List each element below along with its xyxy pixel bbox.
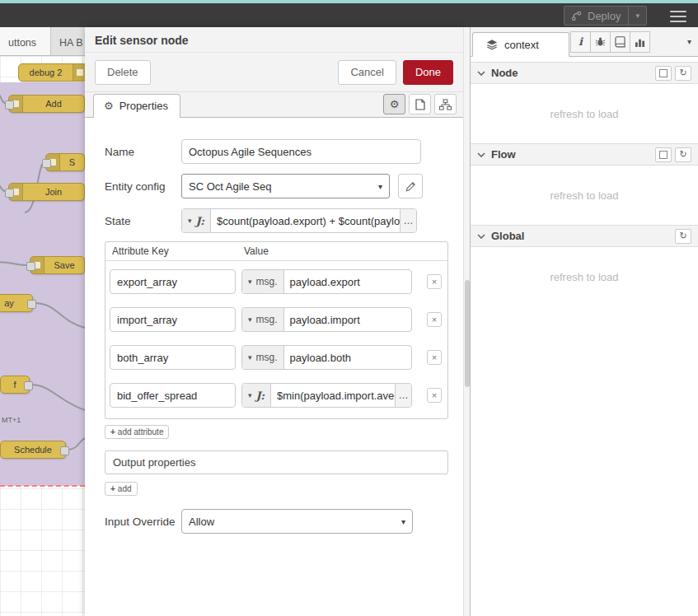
state-type-button[interactable]: ▾ J: — [182, 209, 211, 232]
chevron-down-icon: ▾ — [248, 278, 252, 286]
tab-dashboard[interactable] — [630, 31, 650, 53]
output-properties-list[interactable]: Output properties — [105, 450, 448, 474]
node-port[interactable] — [27, 300, 36, 309]
name-label: Name — [105, 146, 181, 158]
properties-tab-button[interactable]: ⚙ — [383, 94, 405, 114]
cancel-button[interactable]: Cancel — [338, 60, 396, 85]
flow-node-debug[interactable]: debug 2 — [18, 63, 85, 82]
node-section-header[interactable]: Node ↻ — [471, 62, 698, 84]
expand-expression-button[interactable]: … — [395, 384, 411, 407]
deploy-merge-icon — [564, 11, 584, 21]
node-port[interactable] — [42, 159, 51, 168]
description-tab-button[interactable] — [409, 94, 431, 114]
gear-icon: ⚙ — [390, 99, 400, 110]
deploy-options-button[interactable]: ▾ — [628, 7, 646, 25]
node-port[interactable] — [26, 262, 35, 271]
hamburger-icon — [670, 11, 686, 12]
node-red-app: Deploy ▾ uttons HA B — [0, 0, 698, 616]
refresh-icon: ↻ — [679, 231, 686, 240]
flow-node-join[interactable]: Join — [8, 183, 85, 201]
copy-path-button[interactable] — [655, 66, 672, 81]
deploy-button[interactable]: Deploy ▾ — [564, 6, 647, 26]
refresh-node-button[interactable]: ↻ — [675, 66, 691, 81]
flow-canvas[interactable]: debug 2 Add S Join Save — [0, 56, 85, 616]
value-type-button[interactable]: ▾ J: — [242, 384, 271, 407]
msg-type-label: msg. — [256, 314, 278, 325]
chevron-down-icon — [477, 71, 485, 76]
value-type-button[interactable]: ▾ msg. — [242, 308, 284, 331]
tab-properties[interactable]: ⚙ Properties — [93, 94, 180, 118]
attribute-value-typedinput[interactable]: ▾ msg. payload.export — [241, 269, 412, 294]
attribute-key-input[interactable] — [110, 307, 236, 332]
input-override-select[interactable]: Allow ▾ — [181, 509, 413, 534]
attribute-value-typedinput[interactable]: ▾ msg. payload.import — [241, 307, 412, 332]
tab-context-label: context — [504, 39, 539, 51]
state-expression[interactable]: $count(payload.export) + $count(payload. — [211, 209, 400, 232]
msg-type-label: msg. — [256, 276, 278, 287]
flow-section-content: refresh to load — [471, 166, 698, 225]
remove-attribute-button[interactable]: × — [427, 312, 442, 327]
edit-entity-config-button[interactable] — [398, 174, 423, 198]
node-port[interactable] — [5, 100, 14, 110]
node-port[interactable] — [24, 381, 33, 390]
expand-expression-button[interactable]: … — [400, 209, 416, 232]
node-section-title: Node — [491, 67, 518, 79]
flow-node-s[interactable]: S — [45, 153, 85, 171]
remove-attribute-button[interactable]: × — [427, 388, 442, 403]
add-attribute-button[interactable]: + add attribute — [105, 425, 169, 439]
attribute-value[interactable]: payload.export — [284, 270, 411, 293]
attribute-value-typedinput[interactable]: ▾ msg. payload.both — [241, 345, 412, 370]
node-port[interactable] — [5, 189, 14, 198]
add-output-property-button[interactable]: + add — [105, 482, 138, 496]
attribute-value[interactable]: $min(payload.import.averag — [271, 384, 395, 407]
state-typedinput[interactable]: ▾ J: $count(payload.export) + $count(pay… — [181, 208, 417, 233]
name-input[interactable] — [181, 139, 421, 164]
global-section-buttons: ↻ — [675, 229, 691, 244]
attribute-value[interactable]: payload.import — [284, 308, 411, 331]
context-section-global: Global ↻ refresh to load — [471, 225, 698, 306]
tab-help[interactable] — [610, 31, 630, 53]
state-label: State — [105, 215, 181, 227]
refresh-flow-button[interactable]: ↻ — [675, 147, 691, 162]
global-section-header[interactable]: Global ↻ — [471, 225, 698, 247]
flow-node-schedule[interactable]: Schedule — [0, 441, 66, 459]
refresh-global-button[interactable]: ↻ — [675, 229, 691, 244]
tab-debug[interactable] — [590, 31, 611, 53]
dialog-scrollbar[interactable] — [463, 27, 470, 616]
delete-button[interactable]: Delete — [95, 60, 151, 85]
flow-node-save[interactable]: Save — [30, 256, 85, 274]
value-type-button[interactable]: ▾ msg. — [242, 270, 284, 293]
flow-node-add[interactable]: Add — [8, 95, 85, 113]
attribute-key-input[interactable] — [110, 345, 236, 370]
tab-info[interactable]: i — [570, 31, 591, 53]
add-output-label: add — [118, 484, 132, 493]
flow-tab-ha[interactable]: HA B — [51, 27, 85, 55]
flow-tab-label: HA B — [59, 37, 83, 49]
output-properties-label: Output properties — [113, 456, 195, 469]
flow-tab-buttons[interactable]: uttons — [0, 27, 51, 55]
global-section-title: Global — [491, 230, 524, 242]
refresh-hint: refresh to load — [550, 189, 618, 202]
attribute-value-typedinput[interactable]: ▾ J: $min(payload.import.averag … — [241, 383, 412, 408]
tab-context[interactable]: context — [472, 32, 569, 57]
attribute-value[interactable]: payload.both — [284, 346, 411, 369]
value-type-button[interactable]: ▾ msg. — [242, 346, 284, 369]
square-icon — [659, 69, 668, 77]
entity-config-select[interactable]: SC Oct Agile Seq ▾ — [181, 174, 390, 198]
attribute-key-input[interactable] — [110, 383, 236, 408]
sidebar-more-button[interactable]: ▾ — [687, 27, 691, 56]
sidebar-tab-bar: context i ▾ — [471, 27, 698, 57]
copy-path-button[interactable] — [655, 147, 672, 162]
flow-node-ay[interactable]: ay — [0, 294, 33, 312]
flow-node-f[interactable]: f — [0, 376, 30, 394]
appearance-tab-button[interactable] — [434, 94, 457, 114]
attribute-key-input[interactable] — [110, 269, 236, 294]
main-menu-button[interactable] — [670, 11, 686, 26]
node-section-buttons: ↻ — [655, 66, 691, 81]
refresh-hint: refresh to load — [550, 271, 618, 283]
flow-section-header[interactable]: Flow ↻ — [471, 143, 698, 166]
node-port[interactable] — [60, 446, 69, 455]
remove-attribute-button[interactable]: × — [427, 274, 442, 289]
done-button[interactable]: Done — [403, 60, 453, 85]
remove-attribute-button[interactable]: × — [427, 350, 442, 365]
